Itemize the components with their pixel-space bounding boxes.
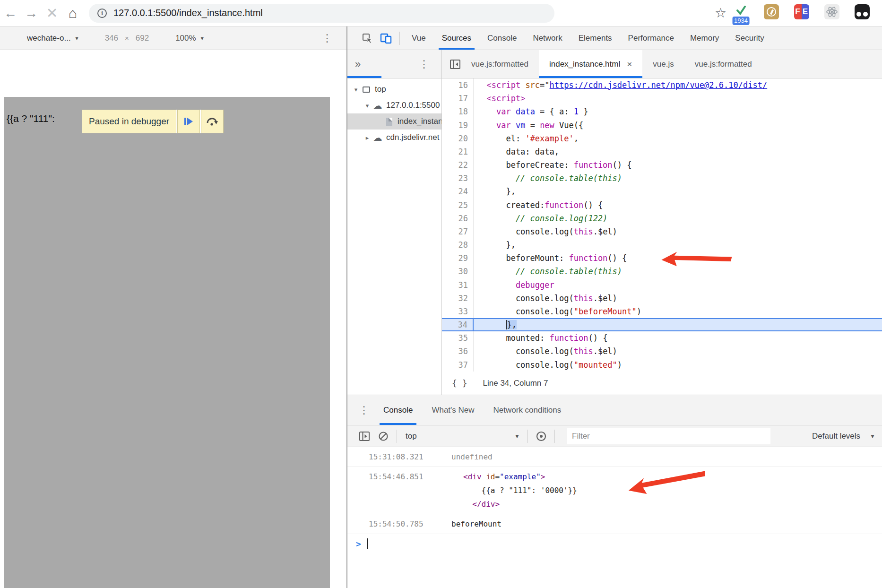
- line-number[interactable]: 28: [442, 238, 474, 251]
- line-number[interactable]: 25: [442, 199, 474, 212]
- console-context-selector[interactable]: top ▼: [406, 432, 524, 441]
- line-number[interactable]: 24: [442, 185, 474, 198]
- devtools-tab-network[interactable]: Network: [525, 26, 570, 50]
- line-number[interactable]: 34: [442, 319, 474, 330]
- line-number[interactable]: 29: [442, 251, 474, 265]
- line-number[interactable]: 30: [442, 265, 474, 278]
- pretty-print-icon[interactable]: { }: [452, 378, 467, 388]
- tree-right-arrow-icon[interactable]: ▸: [363, 134, 371, 141]
- clear-console-icon[interactable]: [374, 427, 393, 446]
- tree-down-arrow-icon[interactable]: ▾: [352, 86, 360, 93]
- code-text: },: [474, 238, 882, 251]
- devtools-tab-memory[interactable]: Memory: [682, 26, 727, 50]
- navigator-item-top[interactable]: ▾top: [347, 81, 441, 97]
- hide-navigator-icon[interactable]: [450, 59, 461, 69]
- back-button-icon[interactable]: ←: [0, 3, 21, 24]
- device-toolbar-menu-icon[interactable]: ⋮: [322, 33, 332, 43]
- tree-down-arrow-icon[interactable]: ▾: [363, 102, 371, 109]
- line-number[interactable]: 33: [442, 305, 474, 318]
- bookmark-star-icon[interactable]: ☆: [715, 5, 726, 21]
- devtools-tab-security[interactable]: Security: [727, 26, 772, 50]
- message-timestamp: 15:54:50.785: [369, 517, 451, 531]
- navigator-item-index-instance-html[interactable]: index_instance.html: [347, 113, 441, 130]
- live-expression-eye-icon[interactable]: [532, 427, 551, 446]
- line-number[interactable]: 35: [442, 331, 474, 345]
- line-number[interactable]: 16: [442, 78, 474, 92]
- file-tab-label: vue.js:formatted: [471, 60, 528, 69]
- devtools-toolbar: VueSourcesConsoleNetworkElementsPerforma…: [347, 26, 882, 50]
- device-toolbar-toggle-icon[interactable]: [377, 29, 396, 48]
- extension-gold[interactable]: [763, 1, 779, 25]
- device-selector-caret-icon[interactable]: ▾: [76, 35, 78, 42]
- browser-toolbar: ← → ✕ ⌂ i 127.0.0.1:5500/index_instance.…: [0, 0, 882, 26]
- file-tab[interactable]: vue.js:formatted: [461, 50, 539, 78]
- source-editor[interactable]: 16 <script src="https://cdn.jsdelivr.net…: [442, 78, 882, 372]
- line-number[interactable]: 27: [442, 225, 474, 238]
- log-levels-label: Default levels: [812, 432, 860, 441]
- drawer-menu-icon[interactable]: ⋮: [359, 405, 369, 415]
- devtools-tab-console[interactable]: Console: [479, 26, 525, 50]
- inspect-element-icon[interactable]: [358, 29, 377, 48]
- console-prompt[interactable]: >: [347, 534, 882, 553]
- line-number[interactable]: 19: [442, 119, 474, 132]
- console-toolbar: top ▼ Default levels ▼: [347, 425, 882, 447]
- navigator-item-label: cdn.jsdelivr.net: [386, 133, 439, 142]
- code-text: el: '#example',: [474, 132, 882, 145]
- device-zoom-selector[interactable]: 100%: [175, 34, 196, 43]
- message-content[interactable]: <div id="example"> {{a ? "111": '0000'}}…: [463, 470, 577, 511]
- extension-fe[interactable]: F E: [794, 1, 809, 25]
- drawer-tab-console[interactable]: Console: [374, 395, 422, 425]
- code-text: // console.table(this): [474, 265, 882, 278]
- line-number[interactable]: 20: [442, 132, 474, 145]
- code-text: <script src="https://cdn.jsdelivr.net/np…: [474, 78, 882, 92]
- device-zoom-caret-icon[interactable]: ▾: [201, 35, 204, 42]
- device-height-field[interactable]: 692: [136, 34, 149, 43]
- line-number[interactable]: 21: [442, 145, 474, 158]
- code-text: console.log(this.$el): [474, 225, 882, 238]
- device-selector[interactable]: wechate-o...: [27, 34, 71, 43]
- home-button-icon[interactable]: ⌂: [62, 3, 83, 24]
- site-info-icon[interactable]: i: [97, 9, 107, 18]
- line-number[interactable]: 18: [442, 105, 474, 118]
- console-filter-input[interactable]: [567, 428, 770, 444]
- console-sidebar-toggle-icon[interactable]: [355, 427, 374, 446]
- extension-with-badge[interactable]: 1934: [733, 1, 749, 25]
- drawer-tab-network-conditions[interactable]: Network conditions: [484, 395, 571, 425]
- navigator-item-cdn-jsdelivr-net[interactable]: ▸☁cdn.jsdelivr.net: [347, 130, 441, 146]
- line-number[interactable]: 22: [442, 158, 474, 172]
- file-tab[interactable]: index_instance.html×: [539, 50, 642, 78]
- device-width-field[interactable]: 346: [105, 34, 118, 43]
- devtools-tab-sources[interactable]: Sources: [434, 26, 479, 50]
- file-tab[interactable]: vue.js: [642, 50, 684, 78]
- line-number[interactable]: 17: [442, 92, 474, 105]
- file-icon: [384, 117, 394, 126]
- extension-react[interactable]: [824, 1, 839, 25]
- navigator-menu-icon[interactable]: ⋮: [419, 59, 429, 69]
- line-number[interactable]: 32: [442, 292, 474, 305]
- address-bar[interactable]: i 127.0.0.1:5500/index_instance.html: [89, 4, 554, 23]
- devtools-tab-performance[interactable]: Performance: [620, 26, 682, 50]
- stop-button-icon[interactable]: ✕: [42, 3, 62, 24]
- navigator-item-127-0-0-1-5500[interactable]: ▾☁127.0.0.1:5500: [347, 97, 441, 113]
- step-over-button[interactable]: [201, 110, 224, 133]
- log-levels-selector[interactable]: Default levels ▼: [812, 432, 875, 441]
- forward-button-icon[interactable]: →: [21, 3, 42, 24]
- close-tab-icon[interactable]: ×: [627, 59, 632, 69]
- resume-script-button[interactable]: [177, 110, 200, 133]
- line-number[interactable]: 37: [442, 358, 474, 372]
- devtools-tab-vue[interactable]: Vue: [404, 26, 434, 50]
- code-line: 19 var vm = new Vue({: [442, 119, 882, 132]
- react-devtools-icon: [824, 4, 839, 19]
- line-number[interactable]: 36: [442, 345, 474, 358]
- line-number[interactable]: 31: [442, 278, 474, 292]
- file-tab[interactable]: vue.js:formatted: [684, 50, 762, 78]
- url-text[interactable]: 127.0.0.1:5500/index_instance.html: [113, 8, 263, 18]
- devtools-tab-elements[interactable]: Elements: [571, 26, 620, 50]
- line-number[interactable]: 23: [442, 172, 474, 185]
- drawer-tab-what-s-new[interactable]: What's New: [422, 395, 484, 425]
- more-tabs-icon[interactable]: »: [355, 58, 361, 70]
- code-text: // console.table(this): [474, 172, 882, 185]
- code-text: console.log(this.$el): [474, 345, 882, 358]
- extension-black[interactable]: [854, 1, 870, 25]
- line-number[interactable]: 26: [442, 212, 474, 225]
